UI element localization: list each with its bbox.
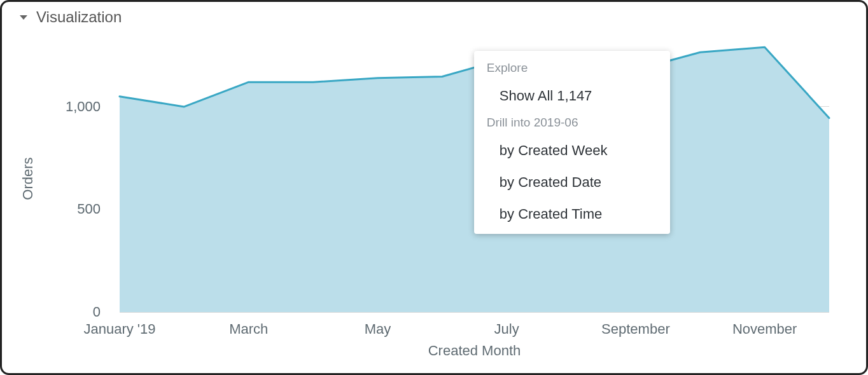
menu-drill-week[interactable]: by Created Week bbox=[474, 135, 670, 167]
svg-text:0: 0 bbox=[93, 304, 101, 320]
panel-header[interactable]: Visualization bbox=[2, 2, 866, 29]
chart-container: 05001,000January '19MarchMayJulySeptembe… bbox=[2, 32, 866, 373]
svg-text:March: March bbox=[229, 321, 268, 337]
svg-text:May: May bbox=[365, 321, 391, 337]
svg-text:November: November bbox=[732, 321, 797, 337]
svg-text:500: 500 bbox=[77, 201, 101, 217]
panel-title: Visualization bbox=[36, 8, 122, 26]
svg-text:Orders: Orders bbox=[20, 157, 36, 200]
drill-context-menu: Explore Show All 1,147 Drill into 2019-0… bbox=[474, 51, 670, 234]
menu-explore-header: Explore bbox=[474, 57, 670, 80]
menu-drill-header: Drill into 2019-06 bbox=[474, 112, 670, 135]
orders-area-chart[interactable]: 05001,000January '19MarchMayJulySeptembe… bbox=[2, 32, 868, 375]
menu-drill-time[interactable]: by Created Time bbox=[474, 198, 670, 230]
collapse-caret-icon bbox=[20, 15, 27, 20]
svg-text:July: July bbox=[494, 321, 519, 337]
svg-text:January '19: January '19 bbox=[83, 321, 155, 337]
svg-text:September: September bbox=[601, 321, 670, 337]
svg-text:1,000: 1,000 bbox=[66, 99, 101, 114]
svg-text:Created Month: Created Month bbox=[428, 343, 521, 358]
menu-drill-date[interactable]: by Created Date bbox=[474, 167, 670, 198]
menu-show-all[interactable]: Show All 1,147 bbox=[474, 80, 670, 112]
visualization-panel: Visualization 05001,000January '19MarchM… bbox=[0, 0, 868, 375]
